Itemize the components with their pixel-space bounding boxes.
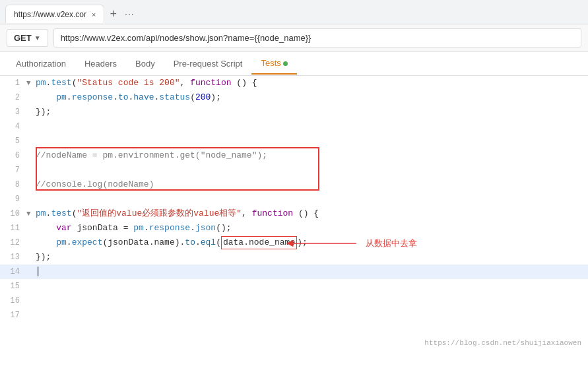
code-line-9: 9: [0, 192, 588, 206]
tab-tests[interactable]: Tests: [251, 53, 296, 75]
line-num-3: 3: [0, 105, 26, 119]
line-content-2: pm.response.to.have.status(200);: [36, 90, 588, 105]
code-line-13: 13 });: [0, 250, 588, 265]
tab-bar: https://www.v2ex.cor × + ···: [0, 0, 588, 24]
tab-title: https://www.v2ex.cor: [14, 10, 86, 19]
line-num-12: 12: [0, 235, 26, 250]
tab-close-icon[interactable]: ×: [92, 11, 96, 18]
method-label: GET: [14, 33, 32, 43]
address-bar: GET ▼: [0, 24, 588, 52]
line-num-5: 5: [0, 134, 26, 148]
line-arrow-1: ▼: [26, 76, 36, 90]
method-button[interactable]: GET ▼: [7, 29, 48, 47]
code-line-8: 8 //console.log(nodeName): [0, 177, 588, 192]
line-num-9: 9: [0, 192, 26, 206]
code-editor[interactable]: 从数据中去拿 1 ▼ pm.test("Status code is 200",…: [0, 76, 588, 351]
line-num-10: 10: [0, 206, 26, 221]
line-content-10: pm.test("返回值的value必须跟参数的value相等", functi…: [36, 206, 588, 221]
line-content-14: │: [36, 265, 588, 279]
code-line-1: 1 ▼ pm.test("Status code is 200", functi…: [0, 76, 588, 90]
line-content-13: });: [36, 250, 588, 265]
line-content-6: //nodeName = pm.environment.get("node_na…: [36, 148, 588, 163]
code-line-15: 15: [0, 279, 588, 294]
code-line-3: 3 });: [0, 105, 588, 119]
code-line-2: 2 pm.response.to.have.status(200);: [0, 90, 588, 105]
arrow-annotation: 从数据中去拿: [284, 235, 417, 251]
tab-body[interactable]: Body: [126, 53, 164, 74]
line-num-1: 1: [0, 76, 26, 90]
line-num-14: 14: [0, 265, 26, 279]
code-line-14: 14 │: [0, 265, 588, 279]
code-line-11: 11 var jsonData = pm.response.json();: [0, 221, 588, 235]
annotation-text: 从数据中去拿: [366, 237, 417, 249]
line-num-13: 13: [0, 250, 26, 265]
code-line-17: 17: [0, 308, 588, 323]
code-lines: 1 ▼ pm.test("Status code is 200", functi…: [0, 76, 588, 323]
url-input[interactable]: [53, 28, 581, 47]
tab-headers[interactable]: Headers: [75, 53, 126, 74]
watermark: https://blog.csdn.net/shuijiaxiaowen: [424, 339, 581, 347]
line-num-15: 15: [0, 279, 26, 294]
line-num-8: 8: [0, 177, 26, 192]
browser-tab[interactable]: https://www.v2ex.cor ×: [5, 5, 104, 23]
line-num-17: 17: [0, 308, 26, 323]
new-tab-button[interactable]: +: [104, 7, 122, 21]
tab-menu-button[interactable]: ···: [122, 9, 137, 19]
line-arrow-10: ▼: [26, 206, 36, 221]
line-num-6: 6: [0, 148, 26, 163]
code-line-7: 7: [0, 163, 588, 177]
line-content-3: });: [36, 105, 588, 119]
method-arrow: ▼: [34, 34, 41, 42]
line-content-11: var jsonData = pm.response.json();: [36, 221, 588, 235]
browser-chrome: https://www.v2ex.cor × + ···: [0, 0, 588, 24]
code-line-16: 16: [0, 294, 588, 308]
code-line-10: 10 ▼ pm.test("返回值的value必须跟参数的value相等", f…: [0, 206, 588, 221]
arrow-svg: [284, 235, 363, 251]
line-num-11: 11: [0, 221, 26, 235]
tab-authorization[interactable]: Authorization: [7, 53, 75, 74]
line-num-16: 16: [0, 294, 26, 308]
line-num-4: 4: [0, 119, 26, 134]
code-line-5: 5: [0, 134, 588, 148]
request-tabs: Authorization Headers Body Pre-request S…: [0, 52, 588, 76]
code-line-6: 6 //nodeName = pm.environment.get("node_…: [0, 148, 588, 163]
browser-window: https://www.v2ex.cor × + ··· GET ▼ Autho…: [0, 0, 588, 351]
code-line-4: 4: [0, 119, 588, 134]
tab-pre-request[interactable]: Pre-request Script: [164, 53, 252, 74]
line-content-1: pm.test("Status code is 200", function (…: [36, 76, 588, 90]
tests-dot: [283, 61, 288, 66]
line-num-7: 7: [0, 163, 26, 177]
line-content-8: //console.log(nodeName): [36, 177, 588, 192]
line-num-2: 2: [0, 90, 26, 105]
